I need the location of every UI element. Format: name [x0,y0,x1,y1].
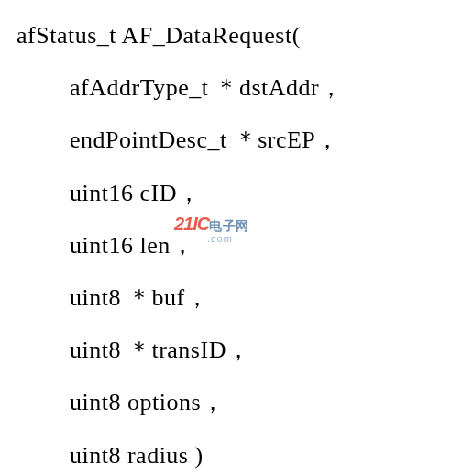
param-line: endPointDesc_t ＊srcEP， [16,114,462,166]
param-line: afAddrType_t ＊dstAddr， [16,61,462,114]
param-line: uint8 options， [16,376,462,428]
function-signature-start: afStatus_t AF_DataRequest( [16,9,462,61]
param-line: uint8 ＊buf， [16,271,462,324]
param-line: uint16 len， [16,219,462,271]
param-line: uint8 ＊transID， [16,324,462,376]
param-line: uint16 cID， [16,167,462,219]
code-snippet: afStatus_t AF_DataRequest( afAddrType_t … [0,0,462,476]
param-line: uint8 radius ) [16,429,462,477]
